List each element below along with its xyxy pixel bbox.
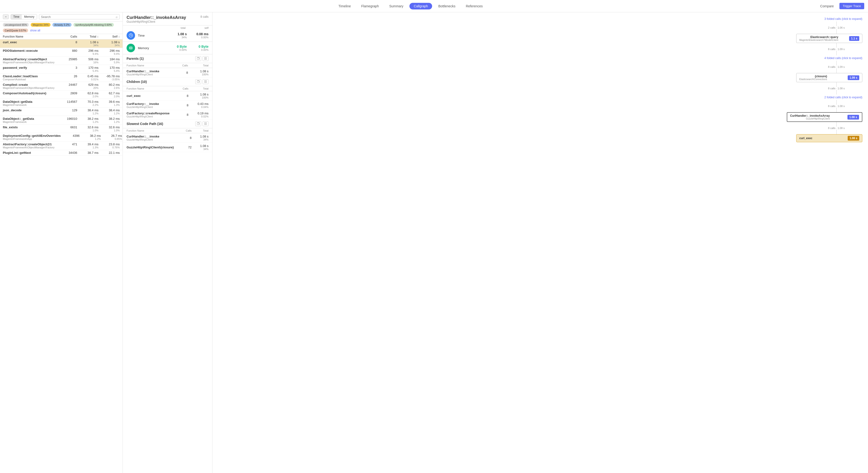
fn-name-cell: curl_exec	[3, 40, 58, 47]
search-input[interactable]	[41, 15, 116, 19]
slowest-row[interactable]: GuzzleHttp\Ring\Client\{closure} 72 1.08…	[123, 143, 212, 152]
children-expand-icon[interactable]: ❐	[195, 79, 201, 84]
fold-label-3[interactable]: 2 folded calls (click to expand)	[824, 94, 862, 100]
time-total-pct: 34%	[168, 36, 187, 39]
table-row[interactable]: Composer\Autoload\{closure} 2809 62.8 ms…	[0, 90, 123, 99]
time-total-col: 1.08 s 34%	[168, 32, 187, 39]
show-all-link[interactable]: show all	[30, 29, 40, 32]
children-col-calls: Calls	[178, 86, 192, 91]
time-memory-tabs: Time Memory	[11, 14, 37, 19]
children-section-title: Children (10)	[127, 80, 147, 84]
parents-expand-icon[interactable]: ❐	[195, 56, 201, 61]
table-row[interactable]: json_decode 129 38.4 ms 1.2% 38.4 ms 1.2…	[0, 108, 123, 116]
col-calls: Calls	[58, 35, 77, 38]
time-tab[interactable]: Time	[11, 14, 22, 19]
fn-name-cell: DataObject::getData Magento\Framework	[3, 100, 58, 106]
time-label: Time	[138, 34, 165, 37]
tab-timeline[interactable]: Timeline	[334, 3, 355, 9]
toggle-button[interactable]: −	[3, 14, 9, 19]
node-closure[interactable]: {closure} Elasticsearch\Connections 1.09…	[796, 73, 862, 82]
table-row[interactable]: DataObject::getData Magento\Framework 11…	[0, 99, 123, 108]
badge-closure: 1.09 s	[848, 76, 859, 80]
callgraph-fn-name: CurlHandler::_invokeAsArray	[127, 15, 186, 20]
callgraph-calls-count: 8 calls	[200, 15, 209, 19]
search-box: ⌕	[39, 14, 120, 19]
fold-label-2[interactable]: 4 folded calls (click to expand)	[824, 55, 862, 61]
connector-3: 8 calls · 1.09 s	[810, 61, 862, 73]
fn-name-cell: DeploymentConfig::getAllEnvOverrides Mag…	[3, 134, 61, 140]
tab-callgraph[interactable]: Callgraph	[409, 3, 432, 9]
memory-self-col: 0 Byte 0.00%	[190, 45, 209, 51]
memory-self-val: 0 Byte	[190, 45, 209, 49]
table-row[interactable]: curl_exec 8 1.08 s 34% 1.08 s 34%	[0, 39, 123, 48]
left-panel-header: − Time Memory ⌕	[0, 12, 123, 22]
connector-5: 8 calls · 1.08 s	[810, 100, 862, 112]
memory-total-pct: 0.00%	[168, 49, 187, 51]
connector-6: 8 calls · 1.08 s	[810, 122, 862, 134]
filter-cart2quote[interactable]: Cart2Quote 0.57%	[3, 29, 28, 32]
tab-summary[interactable]: Summary	[385, 3, 408, 9]
parents-copy-icon[interactable]: ☷	[203, 56, 209, 61]
slowest-copy-icon[interactable]: ☷	[203, 121, 209, 126]
fn-name-cell: AbstractFactory::createObject@1 Magento\…	[3, 143, 58, 149]
fn-name-cell: PDOStatement::execute	[3, 49, 58, 55]
parents-col-total: Total	[192, 63, 212, 68]
table-row[interactable]: password_verify 3 170 ms 5.4% 170 ms 5.4…	[0, 65, 123, 73]
memory-icon	[127, 44, 135, 52]
node-curl-exec[interactable]: curl_exec 1.08 s	[796, 134, 862, 142]
fn-name-cell: json_decode	[3, 109, 58, 115]
table-row[interactable]: ClassLoader::loadClass Composer\Autoload…	[0, 73, 123, 82]
badge-curl-exec: 1.08 s	[848, 136, 859, 141]
slowest-row[interactable]: CurlHandler::__invoke GuzzleHttp\Ring\Cl…	[123, 133, 212, 143]
table-row[interactable]: file_exists 6631 32.6 ms 1.0% 32.6 ms 1.…	[0, 124, 123, 133]
filter-magento[interactable]: Magento 34%	[31, 23, 51, 27]
table-row[interactable]: AbstractFactory::createObject Magento\Fr…	[0, 56, 123, 65]
parents-section-title: Parents (1)	[127, 57, 144, 60]
children-col-fn: Function Name	[123, 86, 178, 91]
parents-row[interactable]: CurlHandler::__invoke GuzzleHttp\Ring\Cl…	[123, 68, 212, 78]
parents-table: Function Name Calls Total CurlHandler::_…	[123, 63, 212, 78]
time-self-pct: 0.00%	[190, 36, 209, 39]
fn-name-cell: DataObject::_getData Magento\Framework	[3, 117, 58, 123]
fn-name-cell: Compiled::create Magento\Framework\Objec…	[3, 83, 58, 89]
function-table: Function Name Calls Total ↕ Self ↕ curl_…	[0, 34, 123, 473]
table-row[interactable]: DeploymentConfig::getAllEnvOverrides Mag…	[0, 133, 123, 142]
filter-uncategorized[interactable]: uncategorized 65%	[3, 23, 29, 27]
callgraph-tree: 3 folded calls (click to expand) 2 calls…	[218, 16, 862, 142]
table-row[interactable]: PluginList::getNext 34436 38.7 ms 22.1 m…	[0, 150, 123, 156]
children-section-header: Children (10) ❐ ☷	[123, 78, 212, 86]
filter-amasty[interactable]: Amasty 3.2%	[53, 23, 71, 27]
filter-symfony[interactable]: symfony/polyfill-mbstring 0.60%	[73, 23, 114, 27]
slowest-expand-icon[interactable]: ❐	[195, 121, 201, 126]
compare-button[interactable]: Compare	[817, 3, 837, 9]
tab-references[interactable]: References	[462, 3, 487, 9]
connector-label-1: 2 calls · 1.06 s	[828, 26, 845, 29]
memory-total-col: 0 Byte 0.00%	[168, 45, 187, 51]
node-curlhandler-invoke-as-array[interactable]: CurlHandler::_invokeAsArray GuzzleHttp\R…	[787, 112, 862, 122]
slowest-section-title: Slowest Code Path (16)	[127, 122, 163, 126]
table-row[interactable]: AbstractFactory::createObject@1 Magento\…	[0, 142, 123, 150]
middle-panel: CurlHandler::_invokeAsArray GuzzleHttp\R…	[123, 12, 213, 473]
search-icon[interactable]: ⌕	[116, 15, 118, 19]
children-row[interactable]: CurlFactory::__invoke GuzzleHttp\Ring\Cl…	[123, 101, 212, 110]
table-row[interactable]: PDOStatement::execute 880 296 ms 9.4% 29…	[0, 48, 123, 56]
children-row[interactable]: CurlFactory::createResponse GuzzleHttp\R…	[123, 110, 212, 120]
trigger-trace-button[interactable]: Trigger Trace	[839, 3, 864, 9]
slowest-col-fn: Function Name	[123, 128, 181, 133]
fold-label-1[interactable]: 3 folded calls (click to expand)	[824, 16, 862, 22]
badge-elasticsearch: 1.1 s	[849, 36, 859, 41]
children-row[interactable]: curl_exec 8 1.08 s 100%	[123, 91, 212, 101]
connector-1: 2 calls · 1.06 s	[810, 22, 862, 34]
col-self: Self ↕	[98, 35, 120, 38]
table-row[interactable]: Compiled::create Magento\Framework\Objec…	[0, 82, 123, 90]
children-copy-icon[interactable]: ☷	[203, 79, 209, 84]
filter-tags: uncategorized 65% Magento 34% Amasty 3.2…	[0, 22, 123, 34]
fn-name-cell: AbstractFactory::createObject Magento\Fr…	[3, 57, 58, 64]
tab-bottlenecks[interactable]: Bottlenecks	[434, 3, 460, 9]
memory-tab[interactable]: Memory	[22, 14, 37, 19]
badge-curlhandler: 1.08 s	[847, 115, 859, 120]
slowest-col-total: Total	[195, 128, 212, 133]
node-elasticsearch-query[interactable]: Elasticsearch::query Magento\Elasticsear…	[796, 34, 862, 43]
table-row[interactable]: DataObject::_getData Magento\Framework 1…	[0, 116, 123, 124]
tab-flamegraph[interactable]: Flamegraph	[357, 3, 383, 9]
